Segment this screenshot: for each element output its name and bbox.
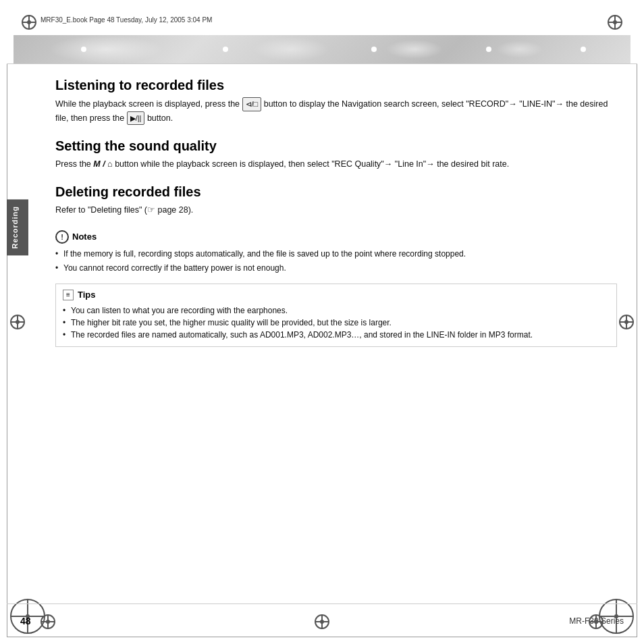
notes-list: If the memory is full, recording stops a…	[55, 248, 617, 274]
button-play: ▶/||	[127, 111, 145, 126]
tips-title: Tips	[78, 290, 96, 300]
section-deleting: Deleting recorded files Refer to "Deleti…	[55, 184, 617, 217]
footer-crosshair-right	[589, 614, 603, 629]
notes-header: ! Notes	[55, 230, 617, 244]
sound-quality-title: Setting the sound quality	[55, 138, 617, 154]
tips-item-3: The recorded files are named automatical…	[63, 329, 610, 341]
wave-dot-5	[581, 47, 586, 52]
section-listening: Listening to recorded files While the pl…	[55, 78, 617, 125]
recording-tab: Recording	[7, 199, 28, 255]
header-crosshair-left	[22, 15, 36, 30]
wave-banner	[14, 35, 630, 63]
tips-item-1: You can listen to what you are recording…	[63, 304, 610, 317]
tips-list: You can listen to what you are recording…	[63, 304, 610, 341]
listening-body: While the playback screen is displayed, …	[55, 97, 617, 125]
notes-title: Notes	[72, 232, 97, 242]
sidebar: Recording	[7, 64, 35, 603]
tips-header: ≡ Tips	[63, 290, 610, 300]
tips-section: ≡ Tips You can listen to what you are re…	[55, 284, 617, 347]
header-crosshair-right	[608, 15, 622, 30]
button-back: ⊲/□	[242, 97, 262, 111]
sound-quality-body: Press the M / ⌂ button while the playbac…	[55, 158, 617, 171]
listening-title: Listening to recorded files	[55, 78, 617, 93]
notes-section: ! Notes If the memory is full, recording…	[55, 230, 617, 274]
wave-dot-3	[371, 47, 377, 52]
wave-dot-1	[81, 47, 86, 52]
notes-warning-icon: !	[55, 230, 69, 244]
notes-item-2: You cannot record correctly if the batte…	[55, 262, 617, 274]
footer: 48 MR-F30 Series	[7, 603, 637, 637]
notes-item-1: If the memory is full, recording stops a…	[55, 248, 617, 260]
wave-dot-4	[486, 47, 491, 52]
page-number: 48	[20, 616, 31, 626]
header-book-info: MRF30_E.book Page 48 Tuesday, July 12, 2…	[41, 16, 212, 24]
main-content: Recording Listening to recorded files Wh…	[7, 64, 637, 603]
tips-item-2: The higher bit rate you set, the higher …	[63, 317, 610, 329]
section-sound-quality: Setting the sound quality Press the M / …	[55, 138, 617, 171]
header-bar: MRF30_E.book Page 48 Tuesday, July 12, 2…	[7, 7, 637, 64]
deleting-body: Refer to "Deleting files" (☞ page 28).	[55, 204, 617, 217]
footer-crosshair-left	[41, 614, 55, 629]
footer-crosshair-center	[315, 614, 329, 629]
deleting-title: Deleting recorded files	[55, 184, 617, 200]
content-area: Listening to recorded files While the pl…	[35, 64, 637, 603]
tips-icon: ≡	[63, 290, 74, 300]
m-button-label: M / ⌂	[93, 159, 112, 169]
wave-dot-2	[223, 47, 228, 52]
